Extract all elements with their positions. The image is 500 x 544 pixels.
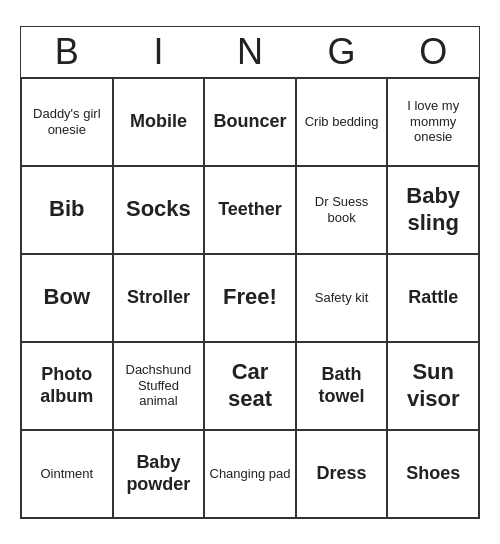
bingo-cell: Bow	[21, 254, 113, 342]
bingo-cell: Dr Suess book	[296, 166, 388, 254]
bingo-cell: Dress	[296, 430, 388, 518]
bingo-cell: Rattle	[387, 254, 479, 342]
bingo-cell: Dachshund Stuffed animal	[113, 342, 205, 430]
bingo-cell: Bib	[21, 166, 113, 254]
bingo-cell: Bath towel	[296, 342, 388, 430]
bingo-cell: Free!	[204, 254, 296, 342]
header-letter: O	[387, 27, 479, 77]
header-letter: I	[113, 27, 205, 77]
bingo-cell: Daddy's girl onesie	[21, 78, 113, 166]
bingo-cell: Baby powder	[113, 430, 205, 518]
bingo-cell: Car seat	[204, 342, 296, 430]
bingo-cell: Shoes	[387, 430, 479, 518]
bingo-cell: Ointment	[21, 430, 113, 518]
bingo-cell: Crib bedding	[296, 78, 388, 166]
bingo-header: BINGO	[21, 27, 479, 77]
bingo-cell: Baby sling	[387, 166, 479, 254]
header-letter: G	[296, 27, 388, 77]
bingo-cell: I love my mommy onesie	[387, 78, 479, 166]
bingo-cell: Photo album	[21, 342, 113, 430]
bingo-card: BINGO Daddy's girl onesieMobileBouncerCr…	[20, 26, 480, 519]
bingo-cell: Changing pad	[204, 430, 296, 518]
bingo-cell: Stroller	[113, 254, 205, 342]
header-letter: N	[204, 27, 296, 77]
bingo-grid: Daddy's girl onesieMobileBouncerCrib bed…	[21, 77, 479, 518]
bingo-cell: Safety kit	[296, 254, 388, 342]
bingo-cell: Sun visor	[387, 342, 479, 430]
header-letter: B	[21, 27, 113, 77]
bingo-cell: Bouncer	[204, 78, 296, 166]
bingo-cell: Socks	[113, 166, 205, 254]
bingo-cell: Teether	[204, 166, 296, 254]
bingo-cell: Mobile	[113, 78, 205, 166]
